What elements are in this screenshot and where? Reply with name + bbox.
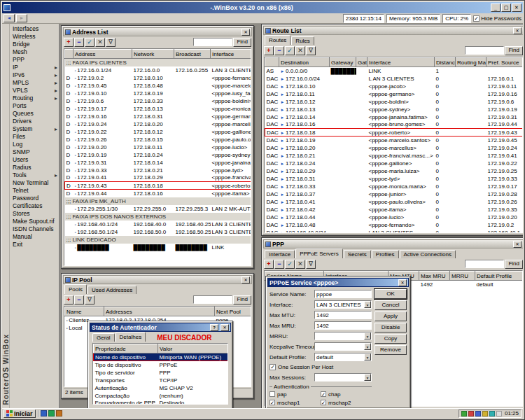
table-row[interactable]: DAC172.18.0.24<pppoe-gallione>0172.19.0.…: [265, 160, 524, 167]
table-row[interactable]: DAC172.18.0.11<pppoe-germano>0172.19.0.1…: [265, 90, 524, 98]
remove-button[interactable]: Remove: [374, 345, 407, 355]
tab-routes[interactable]: Routes: [265, 35, 290, 45]
auth-status-titlebar[interactable]: Status de Autenticador ? ✕: [90, 323, 231, 332]
table-row[interactable]: ;;; FAIXA IPs MK_AUTH: [65, 197, 252, 205]
keepalive-timeout-select[interactable]: ▼: [314, 342, 372, 351]
tab-active-connections[interactable]: Active Connections: [400, 250, 456, 258]
column-header[interactable]: Routing Mark: [456, 58, 486, 67]
tray-icon-2[interactable]: [468, 411, 474, 416]
column-header[interactable]: Network: [132, 50, 174, 59]
chevron-down-icon[interactable]: ▼: [364, 343, 371, 350]
ip-pool-titlebar[interactable]: IP Pool ✕: [63, 275, 252, 284]
table-row[interactable]: DAC192.168.40.0/24LAN 3 CLIENTES0192.168…: [265, 229, 524, 234]
sidebar-item-ppp[interactable]: PPP: [10, 56, 59, 64]
taskbar-clock[interactable]: 01:25: [503, 410, 519, 416]
table-row[interactable]: D172.19.0.20172.18.0.11<pppoe-lucio>: [65, 144, 252, 151]
start-button[interactable]: Iniciar: [4, 410, 36, 418]
auth-status-close-icon[interactable]: ✕: [220, 324, 229, 331]
table-row[interactable]: Compactação(nenhum): [94, 392, 229, 400]
add-button[interactable]: +: [264, 260, 274, 269]
filter-icon[interactable]: ∇: [306, 46, 316, 55]
table-row[interactable]: D172.19.0.17172.18.0.13<pppoe-monica.mar…: [65, 105, 252, 113]
hide-passwords-toggle[interactable]: Hide Passwords: [473, 15, 522, 22]
cancel-button[interactable]: Cancel: [374, 300, 407, 310]
close-button[interactable]: ✕: [512, 4, 522, 12]
address-list-close-icon[interactable]: ✕: [241, 29, 250, 36]
tray-icon-5[interactable]: [489, 411, 495, 416]
copy-button[interactable]: Copy: [374, 334, 407, 344]
route-list-close-icon[interactable]: ✕: [513, 27, 522, 34]
pppoe-dialog-close-icon[interactable]: ✕: [398, 279, 407, 286]
table-row[interactable]: ;;; FAIXA IPs CLIENTES: [65, 59, 252, 66]
mschap1-checkbox[interactable]: mschap1: [270, 398, 321, 407]
one-session-per-host-toggle[interactable]: One Session Per Host: [270, 363, 372, 372]
table-row[interactable]: AS0.0.0.0/0████████LINK1: [265, 67, 524, 75]
find-button[interactable]: Find: [505, 260, 523, 269]
sidebar-item-ip[interactable]: IP: [10, 64, 59, 71]
table-row[interactable]: ████████████████████████LINK: [65, 244, 252, 251]
find-button[interactable]: Find: [233, 38, 251, 47]
quick-launch-icon-2[interactable]: [48, 410, 55, 416]
chevron-down-icon[interactable]: ▼: [364, 374, 371, 381]
filter-icon[interactable]: ∇: [306, 260, 316, 269]
tray-icon-6[interactable]: [496, 411, 502, 416]
table-row[interactable]: Tipo de dispositivoPPPoE: [94, 361, 229, 369]
table-row[interactable]: DAC172.18.0.20<pppoe-marcellus>0172.19.0…: [265, 144, 524, 152]
column-header[interactable]: Address: [74, 50, 132, 59]
table-row[interactable]: DAC172.18.0.33<pppoe-monica.maria>0172.1…: [265, 183, 524, 190]
table-row[interactable]: D172.19.0.6172.18.0.33<pppoe-boldini>: [65, 97, 252, 105]
column-header[interactable]: Max MRU: [419, 272, 450, 281]
find-input[interactable]: [193, 295, 232, 304]
tab-used-addresses[interactable]: Used Addresses: [88, 286, 136, 294]
tray-icon-4[interactable]: [482, 411, 488, 416]
column-header[interactable]: Default Profile: [475, 272, 524, 281]
find-button[interactable]: Find: [233, 295, 251, 304]
quick-launch-icon-1[interactable]: [41, 410, 47, 416]
default-profile-select[interactable]: default▼: [314, 353, 372, 361]
tab-geral[interactable]: Geral: [92, 333, 115, 342]
table-row[interactable]: DAC172.18.0.41<pppoe-paulo.oliveira>0172…: [265, 198, 524, 206]
column-header[interactable]: Distance: [435, 58, 456, 67]
checkbox[interactable]: [270, 391, 275, 397]
table-row[interactable]: DAC172.18.0.18<pppoe-roberto>0172.19.0.4…: [265, 129, 524, 136]
sidebar-item-tools[interactable]: Tools: [10, 172, 59, 179]
sidebar-item-manual[interactable]: Manual: [10, 233, 59, 241]
remove-button[interactable]: −: [74, 38, 84, 47]
sidebar-item-radius[interactable]: Radius: [10, 164, 59, 172]
table-row[interactable]: DAC172.18.0.29<pppoe-maria.luiza>0172.19…: [265, 167, 524, 175]
tab-pppoe-servers[interactable]: PPPoE Servers: [295, 248, 343, 258]
table-row[interactable]: DAC172.18.0.10<pppoe-jacob>0172.19.0.11: [265, 83, 524, 90]
find-input[interactable]: [465, 260, 504, 268]
mrru-select[interactable]: ▼: [314, 332, 372, 340]
filter-icon[interactable]: ∇: [106, 38, 115, 47]
add-button[interactable]: +: [64, 38, 74, 47]
sidebar-item-snmp[interactable]: SNMP: [10, 148, 59, 156]
max-mru-field[interactable]: 1492: [314, 321, 372, 330]
table-row[interactable]: 172.16.0.1/24172.16.0.0172.16.0.255LAN 3…: [65, 66, 252, 74]
table-row[interactable]: D172.19.0.31172.18.0.14<pppoe-janaina.fa…: [65, 159, 252, 167]
column-header[interactable]: Interface: [211, 50, 252, 59]
sidebar-item-bridge[interactable]: Bridge: [10, 41, 59, 48]
column-header[interactable]: Next Pool: [215, 307, 252, 316]
remove-button[interactable]: −: [274, 260, 284, 269]
table-row[interactable]: D172.19.0.22172.18.0.12<pppoe-gallione>: [65, 128, 252, 136]
table-row[interactable]: DAC172.18.0.37<pppoe-junior>0172.19.0.28: [265, 190, 524, 198]
interface-select[interactable]: LAN 3 CLIENTES▼: [314, 300, 372, 309]
table-row[interactable]: DAC172.18.0.21<pppoe-francival.masc...>0…: [265, 152, 524, 160]
column-header[interactable]: Destination: [279, 58, 330, 67]
find-button[interactable]: Find: [505, 46, 523, 55]
help-icon[interactable]: ?: [210, 324, 218, 331]
disable-button[interactable]: Disable: [374, 323, 407, 332]
table-row[interactable]: D172.19.0.19172.18.0.24<pppoe-sydney>: [65, 151, 252, 159]
table-row[interactable]: TransportesTCP/IP: [94, 377, 229, 384]
mschap2-checkbox[interactable]: mschap2: [321, 398, 372, 407]
table-row[interactable]: DAC172.18.0.31<pppoe-tyd>0172.19.0.33: [265, 175, 524, 183]
sidebar-item-files[interactable]: Files: [10, 133, 59, 141]
remove-button[interactable]: −: [274, 46, 284, 55]
find-input[interactable]: [193, 38, 232, 46]
chevron-down-icon[interactable]: ▼: [364, 332, 371, 340]
filter-icon[interactable]: ∇: [85, 295, 94, 304]
checkbox[interactable]: [321, 400, 326, 405]
tab-pools[interactable]: Pools: [64, 284, 87, 294]
hide-passwords-checkbox[interactable]: [473, 15, 479, 22]
